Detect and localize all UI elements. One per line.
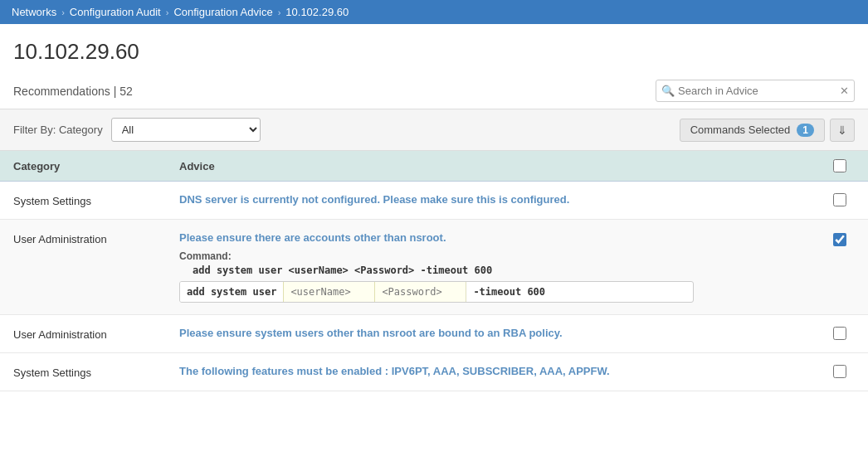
recommendations-label: Recommendations | 52 [13, 85, 133, 98]
advice-link-1[interactable]: DNS server is currently not configured. … [179, 193, 569, 206]
row-advice-1: DNS server is currently not configured. … [179, 193, 825, 206]
cmd-username-input[interactable] [283, 282, 374, 302]
row-category-2: User Administration [13, 231, 179, 245]
row-advice-4: The following features must be enabled :… [179, 365, 825, 377]
advice-link-2[interactable]: Please ensure there are accounts other t… [179, 231, 446, 244]
rec-count: 52 [119, 85, 133, 98]
advice-link-3[interactable]: Please ensure system users other than ns… [179, 327, 563, 339]
commands-selected-label: Commands Selected [690, 124, 791, 136]
command-input-row: add system user -timeout 600 [179, 281, 694, 303]
row-check-4 [825, 365, 855, 378]
col-header-advice: Advice [179, 160, 825, 172]
breadcrumb-config-advice[interactable]: Configuration Advice [173, 6, 272, 18]
filter-category-select[interactable]: All System Settings User Administration … [111, 118, 261, 142]
table-row-expanded: User Administration Please ensure there … [0, 220, 868, 315]
breadcrumb: Networks › Configuration Audit › Configu… [0, 0, 868, 24]
close-icon[interactable]: ✕ [840, 85, 849, 97]
select-all-checkbox[interactable] [833, 159, 846, 172]
col-header-category: Category [13, 160, 179, 172]
row-checkbox-3[interactable] [833, 327, 846, 340]
commands-selected-area: Commands Selected 1 ⇓ [680, 119, 855, 142]
row-advice-2: Please ensure there are accounts other t… [179, 231, 825, 303]
filter-label: Filter By: Category [13, 124, 103, 136]
row-category-1: System Settings [13, 193, 179, 207]
command-text: add system user <userName> <Password> -t… [193, 265, 825, 276]
cmd-password-input[interactable] [374, 282, 466, 302]
table-wrapper: Category Advice System Settings DNS serv… [0, 151, 868, 391]
row-check-2 [825, 231, 855, 246]
row-check-3 [825, 327, 855, 340]
toolbar: Recommendations | 52 🔍 ✕ [0, 73, 868, 109]
breadcrumb-sep-3: › [278, 7, 281, 17]
breadcrumb-networks[interactable]: Networks [12, 6, 56, 18]
row-check-1 [825, 193, 855, 206]
row-advice-3: Please ensure system users other than ns… [179, 327, 825, 339]
filter-row: Filter By: Category All System Settings … [0, 109, 868, 151]
cmd-static-1: add system user [180, 282, 283, 302]
search-icon: 🔍 [661, 85, 675, 97]
search-wrapper: 🔍 ✕ [656, 80, 855, 102]
row-category-3: User Administration [13, 327, 179, 341]
advice-link-4[interactable]: The following features must be enabled :… [179, 365, 610, 377]
cmd-static-2: -timeout 600 [466, 282, 552, 302]
filter-left: Filter By: Category All System Settings … [13, 118, 261, 142]
table-row: System Settings DNS server is currently … [0, 182, 868, 220]
rec-label-text: Recommendations [13, 85, 110, 98]
commands-selected-button[interactable]: Commands Selected 1 [680, 119, 825, 142]
row-category-4: System Settings [13, 365, 179, 379]
table-row: System Settings The following features m… [0, 353, 868, 391]
row-checkbox-1[interactable] [833, 193, 846, 206]
col-header-check [825, 159, 855, 172]
table-row: User Administration Please ensure system… [0, 315, 868, 353]
breadcrumb-sep-1: › [61, 7, 65, 17]
commands-badge: 1 [797, 124, 814, 137]
breadcrumb-ip: 10.102.29.60 [285, 6, 349, 18]
page-title: 10.102.29.60 [0, 24, 868, 73]
breadcrumb-config-audit[interactable]: Configuration Audit [70, 6, 161, 18]
row-checkbox-4[interactable] [833, 365, 846, 378]
search-input[interactable] [656, 80, 855, 102]
row-checkbox-2[interactable] [833, 233, 846, 246]
download-button[interactable]: ⇓ [830, 119, 855, 142]
command-block: Command: add system user <userName> <Pas… [179, 250, 825, 303]
table-header: Category Advice [0, 151, 868, 182]
breadcrumb-sep-2: › [166, 7, 169, 17]
command-label: Command: [179, 250, 232, 262]
